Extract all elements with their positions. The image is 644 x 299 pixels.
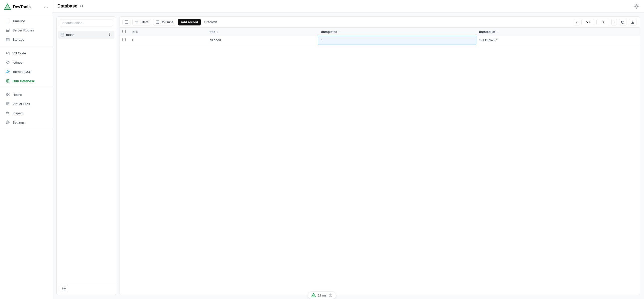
sidebar-label-icones: Icônes (12, 61, 22, 64)
svg-point-8 (7, 31, 7, 31)
table-item-todos[interactable]: todos 1 (58, 31, 114, 39)
logo-icon (4, 4, 11, 11)
cell-created-at[interactable]: 1711276797 (476, 36, 640, 44)
cell-id[interactable]: 1 (129, 36, 206, 44)
table-name: todos (66, 33, 74, 37)
sort-icon-created-at: ⇅ (496, 30, 498, 34)
sidebar-item-hooks[interactable]: Hooks (2, 90, 51, 99)
filters-button[interactable]: Filters (132, 19, 151, 26)
sidebar-label-storage: Storage (12, 38, 24, 42)
svg-point-22 (636, 5, 638, 7)
svg-rect-41 (157, 21, 158, 24)
storage-icon (6, 37, 10, 42)
table-settings-button[interactable] (60, 285, 68, 292)
svg-line-29 (635, 8, 635, 8)
sidebar-label-vscode: VS Code (12, 51, 26, 55)
sidebar-item-icones[interactable]: Icônes (2, 58, 51, 67)
svg-rect-11 (6, 40, 9, 41)
sidebar-menu-icon[interactable]: ⋯ (44, 5, 48, 9)
vscode-icon (6, 51, 10, 55)
svg-rect-17 (6, 103, 9, 103)
row-checkbox[interactable] (122, 38, 126, 41)
page-size-input[interactable] (582, 19, 594, 25)
cell-title[interactable]: all good (206, 36, 318, 44)
table-row: 1 all good 1 1711276797 (120, 36, 640, 44)
data-panel: Filters Columns Add record 1 records ‹ (119, 17, 640, 295)
page-title: Database (57, 4, 77, 9)
sidebar-section-3: Hooks Virtual Files Inspect (0, 88, 52, 129)
col-header-id[interactable]: id ⇅ (129, 28, 206, 36)
svg-point-12 (6, 79, 9, 80)
server-routes-icon (6, 28, 10, 33)
sort-icon-title: ⇅ (216, 30, 218, 34)
select-all-checkbox[interactable] (122, 30, 126, 33)
toggle-sidebar-button[interactable] (122, 19, 130, 26)
timeline-icon (6, 19, 10, 23)
sidebar-item-timeline[interactable]: Timeline (2, 17, 51, 26)
cell-completed[interactable]: 1 (318, 36, 476, 44)
sidebar-item-virtual-files[interactable]: Virtual Files (2, 99, 51, 108)
search-input[interactable] (60, 19, 113, 27)
data-table: id ⇅ title ⇅ (120, 28, 640, 44)
reload-data-button[interactable] (619, 19, 627, 26)
sidebar: DevTools ⋯ Timeline (0, 0, 52, 299)
svg-rect-18 (6, 104, 9, 104)
sidebar-item-server-routes[interactable]: Server Routes (2, 26, 51, 35)
sidebar-item-storage[interactable]: Storage (2, 35, 51, 44)
table-settings-area (56, 282, 116, 295)
sidebar-item-hub-database[interactable]: Hub Database (2, 76, 51, 85)
svg-line-27 (635, 5, 635, 5)
inspect-icon (6, 111, 10, 115)
main-header: Database ↻ (52, 0, 644, 13)
sidebar-label-hooks: Hooks (12, 93, 22, 97)
data-toolbar: Filters Columns Add record 1 records ‹ (120, 17, 640, 28)
sidebar-label-inspect: Inspect (12, 111, 24, 115)
svg-point-7 (7, 29, 7, 30)
svg-rect-9 (6, 38, 9, 39)
select-all-header (120, 28, 129, 36)
bottom-logo-icon (311, 293, 316, 297)
table-panel: todos 1 (56, 17, 116, 295)
columns-button[interactable]: Columns (153, 19, 176, 26)
table-list: todos 1 (56, 29, 116, 282)
table-count: 1 (107, 33, 112, 37)
add-record-button[interactable]: Add record (178, 19, 201, 26)
col-label-completed: completed (321, 30, 337, 34)
svg-rect-16 (8, 95, 9, 96)
col-label-id: id (132, 30, 135, 34)
table-icon (60, 33, 64, 37)
main-content: Database ↻ (52, 0, 644, 299)
hooks-icon (6, 92, 10, 97)
clock-icon (329, 293, 333, 297)
col-header-completed[interactable]: completed ↑ (318, 28, 476, 36)
refresh-icon[interactable]: ↻ (80, 4, 83, 9)
page-offset-input[interactable] (596, 19, 609, 25)
sidebar-item-inspect[interactable]: Inspect (2, 109, 51, 118)
export-button[interactable] (629, 19, 637, 26)
sidebar-item-tailwindcss[interactable]: TailwindCSS (2, 67, 51, 76)
svg-point-21 (7, 122, 8, 123)
sidebar-item-settings[interactable]: Settings (2, 118, 51, 127)
app-name: DevTools (13, 5, 31, 9)
sidebar-header: DevTools ⋯ (0, 0, 52, 14)
svg-rect-13 (6, 93, 8, 94)
main-header-left: Database ↻ (57, 4, 83, 9)
next-page-button[interactable]: › (611, 19, 617, 26)
columns-label: Columns (160, 20, 173, 24)
sort-icon-id: ⇅ (136, 30, 138, 34)
col-header-title[interactable]: title ⇅ (206, 28, 318, 36)
svg-rect-35 (125, 21, 128, 24)
bottom-time: 17 ms (318, 293, 326, 297)
prev-page-button[interactable]: ‹ (574, 19, 579, 26)
data-table-container: id ⇅ title ⇅ (120, 28, 640, 295)
bottom-bar: 17 ms (308, 291, 336, 299)
col-header-created-at[interactable]: created_at ⇅ (476, 28, 640, 36)
svg-rect-40 (156, 21, 157, 24)
sidebar-label-hub-database: Hub Database (12, 79, 35, 83)
svg-rect-31 (61, 33, 64, 36)
sidebar-item-vscode[interactable]: VS Code (2, 49, 51, 58)
theme-toggle-icon[interactable] (634, 4, 639, 9)
virtual-files-icon (6, 102, 10, 106)
add-record-label: Add record (181, 20, 198, 24)
settings-icon (6, 120, 10, 125)
